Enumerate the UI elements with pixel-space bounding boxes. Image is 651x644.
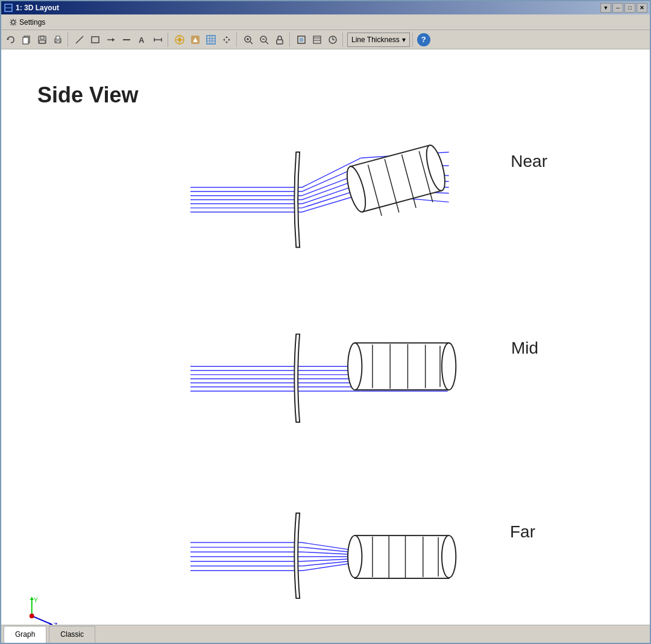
draw-line-button[interactable]: [72, 33, 87, 47]
optical-diagram: Y Z: [1, 49, 650, 625]
svg-point-146: [30, 613, 34, 618]
collapse-button[interactable]: ▼: [600, 3, 611, 13]
text-button[interactable]: A: [135, 33, 149, 47]
classic-tab[interactable]: Classic: [49, 626, 95, 643]
svg-line-39: [250, 42, 253, 44]
svg-marker-35: [225, 42, 228, 43]
svg-rect-45: [277, 40, 283, 44]
grid-button[interactable]: [204, 33, 218, 47]
svg-text:Z: Z: [54, 622, 58, 625]
close-button[interactable]: ✕: [637, 3, 647, 13]
mid-camera: [348, 343, 456, 390]
svg-text:Y: Y: [34, 596, 38, 604]
svg-marker-36: [223, 39, 225, 41]
time-button[interactable]: [326, 33, 340, 47]
mid-label: Mid: [511, 339, 538, 358]
fullscreen-button[interactable]: [294, 33, 309, 47]
svg-rect-48: [313, 36, 321, 43]
svg-rect-5: [23, 37, 28, 44]
status-bar: Graph Classic: [1, 625, 650, 643]
svg-point-22: [178, 38, 181, 42]
svg-rect-6: [39, 36, 46, 43]
save-button[interactable]: [35, 33, 49, 47]
arrow-button[interactable]: [104, 33, 118, 47]
axes-indicator: Y Z: [30, 596, 58, 625]
measure-button[interactable]: [151, 33, 165, 47]
svg-point-105: [442, 343, 456, 390]
help-icon: ?: [421, 35, 426, 44]
settings-menu[interactable]: Settings: [4, 16, 51, 28]
target-button[interactable]: [172, 33, 187, 47]
sep2: [168, 33, 170, 47]
toolbar: A: [1, 30, 650, 49]
minimize-button[interactable]: ─: [612, 3, 623, 13]
svg-rect-103: [355, 343, 449, 390]
near-label: Near: [511, 152, 547, 171]
content-area: Side View Near Mid Far: [1, 49, 650, 625]
settings-menu-label: Settings: [19, 18, 45, 27]
svg-marker-34: [225, 36, 228, 38]
print-button[interactable]: [51, 33, 65, 47]
far-lens: [294, 513, 300, 598]
graph-tab[interactable]: Graph: [4, 626, 46, 643]
copy-button[interactable]: [19, 33, 34, 47]
svg-marker-144: [49, 622, 54, 625]
window-title: 1: 3D Layout: [16, 4, 600, 12]
svg-rect-13: [92, 37, 99, 43]
line-thickness-arrow: ▾: [402, 36, 406, 44]
window-icon: [4, 3, 13, 13]
window-controls: ▼ ─ □ ✕: [600, 3, 647, 13]
export-button[interactable]: [188, 33, 203, 47]
svg-point-104: [348, 343, 362, 390]
rectangle-button[interactable]: [88, 33, 102, 47]
lock-button[interactable]: [272, 33, 287, 47]
svg-rect-10: [56, 36, 60, 39]
zoom-fit-button[interactable]: [257, 33, 271, 47]
hline-button[interactable]: [119, 33, 134, 47]
maximize-button[interactable]: □: [624, 3, 635, 13]
help-button[interactable]: ?: [417, 33, 430, 46]
sep3: [236, 33, 239, 47]
svg-point-2: [11, 20, 15, 24]
line-thickness-dropdown[interactable]: Line Thickness ▾: [347, 33, 410, 47]
svg-rect-29: [207, 36, 215, 44]
mid-lens: [294, 334, 300, 422]
svg-rect-7: [40, 36, 44, 39]
svg-rect-11: [56, 41, 60, 43]
svg-text:A: A: [139, 36, 145, 45]
svg-line-43: [266, 42, 268, 44]
sep4: [289, 33, 292, 47]
undo-button[interactable]: [4, 33, 18, 47]
svg-rect-132: [355, 536, 449, 578]
side-view-label: Side View: [37, 83, 138, 108]
canvas[interactable]: Side View Near Mid Far: [1, 49, 650, 625]
svg-point-133: [348, 536, 362, 578]
layers-button[interactable]: [310, 33, 324, 47]
svg-marker-37: [228, 39, 230, 41]
main-window: 1: 3D Layout ▼ ─ □ ✕ Settings: [0, 0, 651, 644]
far-camera: [348, 536, 456, 578]
line-thickness-label: Line Thickness: [351, 36, 400, 44]
menu-bar: Settings: [1, 14, 650, 30]
svg-marker-15: [112, 38, 115, 42]
sep1: [68, 33, 70, 47]
svg-line-12: [76, 36, 83, 43]
title-bar: 1: 3D Layout ▼ ─ □ ✕: [1, 1, 650, 14]
svg-rect-47: [300, 38, 303, 42]
sep6: [412, 33, 415, 47]
pan-button[interactable]: [219, 33, 234, 47]
settings-menu-icon: [9, 18, 17, 27]
svg-rect-8: [39, 40, 45, 43]
zoom-in-button[interactable]: [241, 33, 256, 47]
svg-point-134: [442, 536, 456, 578]
sep5: [342, 33, 345, 47]
far-label: Far: [510, 522, 535, 542]
near-camera: [344, 143, 451, 224]
